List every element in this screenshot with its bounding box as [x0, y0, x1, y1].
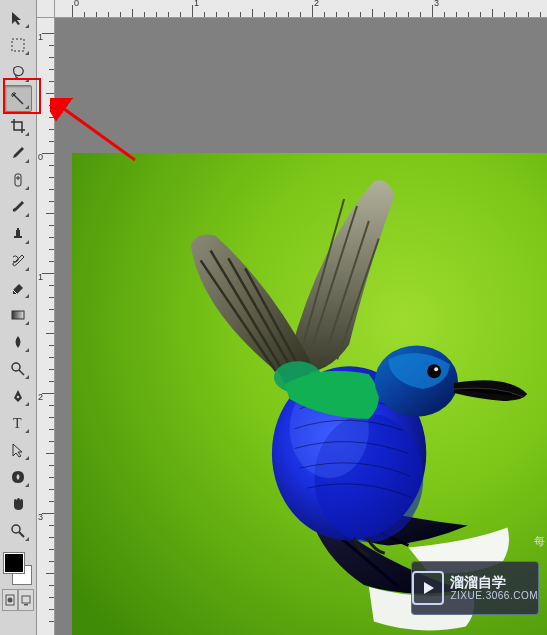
svg-rect-15: [22, 596, 30, 603]
path-selection-tool[interactable]: [4, 436, 32, 463]
history-brush-tool[interactable]: [4, 247, 32, 274]
hand-tool[interactable]: [4, 490, 32, 517]
work-area: 0123 10123: [37, 0, 547, 635]
svg-point-9: [17, 395, 20, 398]
watermark-badge: 溜溜自学 ZIXUE.3066.COM: [411, 561, 539, 615]
magic-wand-tool[interactable]: [4, 85, 32, 112]
watermark-title: 溜溜自学: [450, 575, 538, 590]
quickmask-toggle[interactable]: [2, 589, 18, 611]
svg-line-1: [14, 95, 23, 104]
crop-tool[interactable]: [4, 112, 32, 139]
gradient-tool[interactable]: [4, 301, 32, 328]
watermark-text: 溜溜自学 ZIXUE.3066.COM: [450, 575, 538, 601]
lasso-tool[interactable]: [4, 58, 32, 85]
svg-point-2: [13, 93, 15, 95]
blur-tool[interactable]: [4, 328, 32, 355]
pen-tool[interactable]: [4, 382, 32, 409]
horizontal-ruler[interactable]: 0123: [55, 0, 547, 18]
marquee-tool[interactable]: [4, 31, 32, 58]
healing-brush-tool[interactable]: [4, 166, 32, 193]
svg-point-14: [8, 598, 13, 603]
tool-palette: T: [0, 0, 37, 635]
eraser-tool[interactable]: [4, 274, 32, 301]
svg-line-8: [19, 370, 24, 375]
svg-text:T: T: [13, 416, 22, 431]
ruler-origin-corner[interactable]: [37, 0, 55, 18]
svg-point-23: [427, 364, 441, 378]
svg-point-7: [12, 363, 20, 371]
watermark-sub: ZIXUE.3066.COM: [450, 590, 538, 601]
eyedropper-tool[interactable]: [4, 139, 32, 166]
svg-rect-3: [15, 174, 21, 186]
brush-tool[interactable]: [4, 193, 32, 220]
type-tool[interactable]: T: [4, 409, 32, 436]
svg-point-11: [12, 525, 20, 533]
move-tool[interactable]: [4, 4, 32, 31]
app-root: T 0123 10123: [0, 0, 547, 635]
shape-tool[interactable]: [4, 463, 32, 490]
svg-line-12: [19, 532, 24, 537]
svg-rect-16: [24, 604, 28, 606]
screen-mode[interactable]: [18, 589, 34, 611]
document-canvas[interactable]: [55, 18, 547, 635]
color-swatches[interactable]: [2, 553, 34, 585]
play-icon: [412, 571, 444, 605]
foreground-color-swatch[interactable]: [4, 553, 24, 573]
dodge-tool[interactable]: [4, 355, 32, 382]
svg-rect-6: [12, 311, 24, 319]
side-char: 每: [534, 534, 545, 549]
zoom-tool[interactable]: [4, 517, 32, 544]
svg-point-24: [434, 367, 438, 371]
vertical-ruler[interactable]: 10123: [37, 18, 55, 635]
clone-stamp-tool[interactable]: [4, 220, 32, 247]
svg-rect-0: [12, 39, 24, 51]
quickmask-screenmode: [2, 589, 34, 611]
